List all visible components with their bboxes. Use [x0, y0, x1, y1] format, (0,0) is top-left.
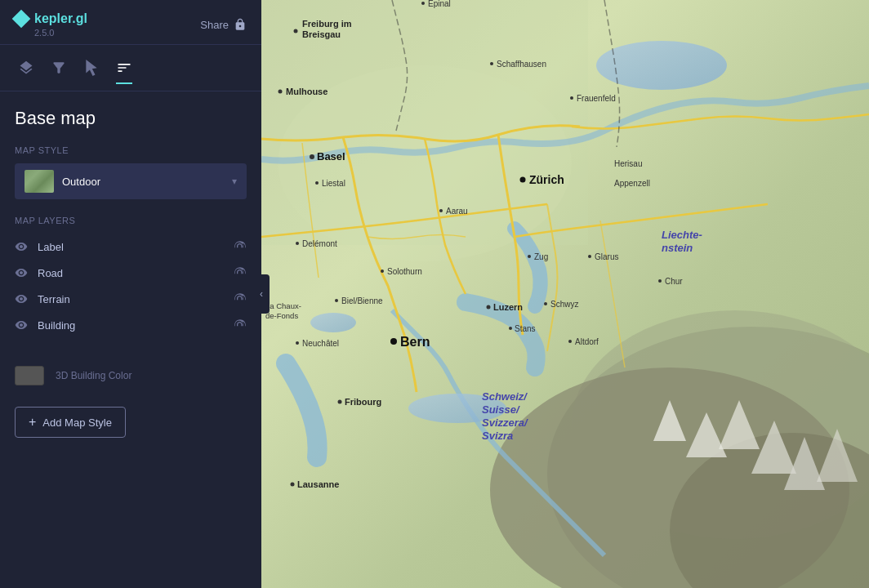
visibility-toggle-icon[interactable] [234, 318, 247, 332]
map-area[interactable]: Freiburg im Breisgau Mulhouse Basel Scha… [261, 0, 869, 588]
svg-point-19 [279, 90, 283, 94]
layer-name: Label [38, 241, 64, 253]
eye-icon [15, 266, 28, 279]
svg-point-55 [509, 327, 512, 330]
settings-icon [116, 60, 132, 76]
svg-text:Glarus: Glarus [595, 252, 618, 261]
svg-text:Frauenfeld: Frauenfeld [577, 94, 616, 103]
map-layers-label: Map Layers [15, 216, 247, 225]
svg-text:Delémont: Delémont [302, 239, 337, 248]
svg-text:Basel: Basel [317, 150, 345, 163]
building-color-row: 3D Building Color [15, 358, 247, 394]
toolbar-layers-button[interactable] [11, 53, 41, 82]
layer-left: Terrain [15, 292, 70, 305]
svg-text:Altdorf: Altdorf [575, 337, 599, 346]
svg-text:Schaffhausen: Schaffhausen [497, 60, 546, 69]
cursor-icon [83, 60, 100, 76]
app-version: 2.5.0 [34, 28, 87, 38]
svg-text:Suisse/: Suisse/ [482, 403, 520, 416]
app-name: kepler.gl [34, 11, 87, 26]
app-header: kepler.gl 2.5.0 Share [0, 0, 261, 45]
svg-point-35 [439, 209, 443, 212]
svg-text:La Chaux-: La Chaux- [265, 301, 301, 310]
visibility-toggle-icon[interactable] [234, 266, 247, 279]
layer-row-label[interactable]: Label [15, 234, 247, 260]
svg-text:de-Fonds: de-Fonds [265, 311, 298, 320]
chevron-down-icon: ▾ [232, 176, 237, 187]
share-icon [234, 18, 247, 31]
svg-text:Breisgau: Breisgau [302, 29, 341, 39]
eye-icon [15, 318, 28, 332]
svg-point-23 [490, 62, 493, 65]
svg-text:Schweiz/: Schweiz/ [482, 390, 528, 403]
add-style-label: Add Map Style [42, 416, 112, 429]
svg-text:Schwyz: Schwyz [550, 300, 578, 309]
svg-point-39 [588, 255, 591, 258]
svg-text:Freiburg im: Freiburg im [302, 19, 352, 29]
svg-point-61 [338, 400, 342, 404]
layer-left: Label [15, 240, 64, 253]
building-color-swatch[interactable] [15, 366, 44, 385]
map-style-dropdown[interactable]: Outdoor ▾ [15, 163, 247, 199]
add-map-style-button[interactable]: + Add Map Style [15, 407, 126, 438]
logo-area: kepler.gl 2.5.0 [15, 11, 87, 38]
sidebar-collapse-button[interactable]: ‹ [253, 274, 270, 314]
layer-row-terrain[interactable]: Terrain [15, 286, 247, 312]
app-logo: kepler.gl [15, 11, 87, 26]
visibility-toggle-icon[interactable] [234, 240, 247, 253]
panel-content: Base map Map Style Outdoor ▾ Map Layers … [0, 91, 261, 588]
svg-text:Neuchâtel: Neuchâtel [302, 339, 339, 348]
svg-point-71 [421, 2, 425, 5]
plus-icon: + [29, 416, 36, 429]
svg-text:nstein: nstein [662, 242, 693, 254]
layer-name: Building [38, 319, 75, 332]
toolbar-settings-button[interactable] [109, 53, 139, 82]
svg-point-59 [390, 338, 397, 345]
svg-text:Liechte-: Liechte- [662, 229, 702, 241]
map-style-value: Outdoor [62, 176, 100, 188]
svg-text:Svizra: Svizra [482, 430, 513, 442]
svg-point-53 [568, 340, 572, 343]
svg-point-27 [520, 177, 526, 183]
layer-left: Road [15, 266, 63, 279]
svg-text:Luzern: Luzern [493, 302, 523, 312]
svg-point-13 [596, 41, 727, 90]
layer-name: Terrain [38, 293, 70, 305]
svg-text:Mulhouse: Mulhouse [286, 87, 328, 96]
share-button[interactable]: Share [200, 18, 247, 31]
svg-text:Zürich: Zürich [529, 173, 564, 186]
visibility-toggle-icon[interactable] [234, 292, 247, 305]
svg-text:Lausanne: Lausanne [297, 479, 339, 489]
svg-text:Chur: Chur [665, 277, 683, 286]
svg-point-43 [381, 270, 384, 273]
dropdown-left: Outdoor [25, 170, 100, 193]
building-color-label: 3D Building Color [56, 370, 131, 381]
svg-point-33 [296, 242, 299, 245]
toolbar-filter-button[interactable] [44, 53, 74, 82]
svg-text:Bern: Bern [400, 335, 430, 349]
map-layers-section: Map Layers Label Road Terrain [15, 216, 247, 338]
map-style-label: Map Style [15, 145, 247, 155]
svg-text:Solothurn: Solothurn [387, 267, 422, 276]
layers-icon [18, 60, 34, 76]
svg-text:Aarau: Aarau [446, 207, 468, 216]
svg-point-49 [487, 305, 491, 310]
toolbar [0, 45, 261, 91]
svg-point-63 [291, 483, 295, 487]
layer-row-road[interactable]: Road [15, 260, 247, 286]
svg-text:Stans: Stans [515, 324, 536, 333]
eye-icon [15, 240, 28, 253]
toolbar-select-button[interactable] [77, 53, 106, 82]
logo-icon [12, 10, 31, 29]
svg-text:Biel/Bienne: Biel/Bienne [341, 296, 383, 305]
layer-row-building[interactable]: Building [15, 312, 247, 338]
layers-list: Label Road Terrain Buil [15, 234, 247, 338]
layer-name: Road [38, 267, 63, 279]
svg-text:Épinal: Épinal [428, 0, 451, 8]
svg-text:Herisau: Herisau [614, 159, 642, 168]
eye-icon [15, 292, 28, 305]
svg-text:Svizzera/: Svizzera/ [482, 416, 528, 429]
svg-point-15 [310, 313, 356, 332]
svg-text:Fribourg: Fribourg [345, 397, 381, 407]
sidebar: kepler.gl 2.5.0 Share [0, 0, 261, 588]
